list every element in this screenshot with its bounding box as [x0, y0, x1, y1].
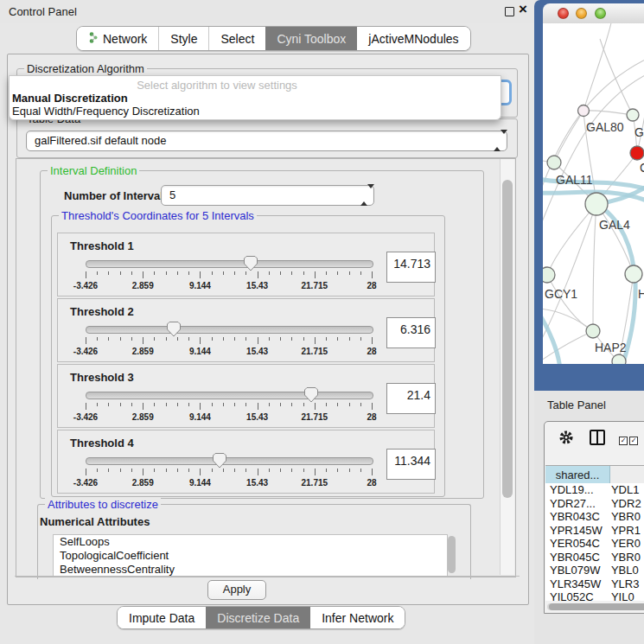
- table-row[interactable]: YBL079WYBL0: [545, 564, 644, 577]
- table-row[interactable]: YBR045CYBR0: [545, 551, 644, 564]
- select-columns-icon[interactable]: ✓✓: [619, 432, 640, 445]
- network-node[interactable]: [543, 267, 555, 283]
- cell-shared-name[interactable]: YLR345W: [545, 577, 609, 591]
- tick-mark: [349, 271, 350, 275]
- network-node[interactable]: [578, 105, 590, 117]
- cell-name[interactable]: YBR0: [609, 510, 644, 524]
- cell-name[interactable]: YER0: [609, 537, 644, 551]
- column-header-name[interactable]: na: [610, 466, 644, 484]
- network-node[interactable]: [612, 354, 626, 364]
- cell-shared-name[interactable]: YDR27...: [545, 497, 609, 511]
- slider-thumb[interactable]: [244, 256, 258, 271]
- threshold-row: Threshold 4 -3.4262.8599.14415.4321.7152…: [57, 430, 435, 494]
- combobox-value: galFiltered.sif default node: [35, 134, 166, 147]
- tick-mark: [258, 403, 258, 410]
- tab-network[interactable]: Network: [77, 27, 158, 50]
- tick-mark: [154, 403, 155, 406]
- cell-name[interactable]: YBR0: [609, 551, 644, 564]
- horizontal-scrollbar-thumb[interactable]: [549, 603, 644, 610]
- apply-button[interactable]: Apply: [207, 580, 266, 600]
- minimize-traffic-light-icon[interactable]: [576, 8, 587, 19]
- network-edge: [547, 204, 596, 275]
- tick-mark: [86, 469, 86, 475]
- tick-mark: [337, 337, 338, 341]
- horizontal-scrollbar[interactable]: [547, 603, 644, 610]
- tick-mark: [188, 337, 189, 341]
- threshold-value-field[interactable]: 21.4: [386, 383, 436, 414]
- threshold-value-field[interactable]: 14.713: [386, 252, 436, 283]
- attribute-item[interactable]: SelfLoops: [54, 535, 447, 549]
- zoom-traffic-light-icon[interactable]: [595, 8, 606, 19]
- threshold-value-field[interactable]: 11.344: [386, 449, 436, 480]
- tick-label: 28: [367, 412, 376, 422]
- cell-name[interactable]: YDL1: [609, 483, 644, 497]
- cell-shared-name[interactable]: YBR045C: [545, 551, 609, 564]
- cell-name[interactable]: YIL0: [609, 590, 644, 601]
- cell-name[interactable]: YBL0: [609, 564, 644, 577]
- column-header-shared-name[interactable]: shared...: [545, 466, 610, 484]
- table-row[interactable]: YIL052CYIL0: [545, 590, 644, 601]
- network-node[interactable]: [625, 265, 642, 283]
- tab-label: Infer Network: [322, 611, 393, 625]
- float-window-icon[interactable]: [505, 7, 514, 16]
- gear-icon[interactable]: [558, 430, 574, 445]
- close-icon[interactable]: ×: [519, 1, 527, 18]
- slider-track[interactable]: [86, 457, 373, 465]
- close-traffic-light-icon[interactable]: [558, 8, 569, 19]
- tab-discretize-data[interactable]: Discretize Data: [206, 607, 310, 628]
- tab-jactivemnodules[interactable]: jActiveMNodules: [357, 27, 469, 50]
- table-data-combobox[interactable]: galFiltered.sif default node: [26, 131, 507, 151]
- table-row[interactable]: YDL19...YDL1: [545, 483, 644, 497]
- table-row[interactable]: YPR145WYPR1: [545, 524, 644, 538]
- scrollbar-thumb[interactable]: [502, 180, 513, 498]
- cell-name[interactable]: YDR2: [609, 497, 644, 511]
- table-row[interactable]: YBR043CYBR0: [545, 510, 644, 524]
- tab-infer-network[interactable]: Infer Network: [310, 607, 405, 628]
- tab-select[interactable]: Select: [208, 27, 265, 50]
- tick-mark: [143, 337, 143, 344]
- network-node[interactable]: [585, 193, 608, 215]
- table-row[interactable]: YLR345WYLR3: [545, 577, 644, 591]
- scrollbar-track[interactable]: [500, 159, 514, 575]
- tick-mark: [131, 271, 132, 275]
- attributes-scrollbar-thumb[interactable]: [448, 536, 456, 573]
- column-layout-icon[interactable]: [590, 430, 605, 445]
- table-row[interactable]: YDR27...YDR2: [545, 497, 644, 511]
- network-node[interactable]: [547, 156, 561, 169]
- threshold-row: Threshold 2 -3.4262.8599.14415.4321.7152…: [57, 298, 435, 362]
- tick-mark: [315, 271, 316, 278]
- cell-shared-name[interactable]: YPR145W: [545, 524, 609, 538]
- network-window-titlebar[interactable]: [543, 3, 644, 24]
- cell-name[interactable]: YPR1: [609, 524, 644, 538]
- slider-thumb[interactable]: [304, 387, 319, 403]
- tick-mark: [131, 403, 132, 406]
- algorithm-option[interactable]: Equal Width/Frequency Discretization: [12, 105, 200, 118]
- number-of-intervals-combobox[interactable]: 5: [161, 185, 374, 206]
- cell-shared-name[interactable]: YER054C: [545, 537, 609, 551]
- cell-shared-name[interactable]: YBL079W: [545, 564, 609, 577]
- slider-track[interactable]: [86, 326, 373, 334]
- algorithm-option[interactable]: Manual Discretization: [12, 92, 128, 105]
- tab-cyni-toolbox[interactable]: Cyni Toolbox: [265, 27, 357, 50]
- network-node[interactable]: [630, 146, 644, 160]
- network-node[interactable]: [586, 324, 600, 338]
- tick-label: 15.43: [246, 281, 268, 290]
- slider-track[interactable]: [86, 260, 373, 268]
- attribute-item[interactable]: TopologicalCoefficient: [54, 549, 447, 563]
- cell-shared-name[interactable]: YIL052C: [545, 590, 609, 601]
- cell-name[interactable]: YLR3: [609, 577, 644, 591]
- attribute-item[interactable]: BetweennessCentrality: [54, 563, 447, 577]
- slider-thumb[interactable]: [167, 322, 182, 337]
- network-node[interactable]: [627, 109, 639, 121]
- tab-impute-data[interactable]: Impute Data: [118, 607, 206, 628]
- table-row[interactable]: YER054CYER0: [545, 537, 644, 551]
- slider-track[interactable]: [86, 392, 373, 399]
- network-canvas[interactable]: GAL80GACGAL11GAL4GCY1HHAP2: [543, 23, 644, 364]
- tab-style[interactable]: Style: [158, 27, 208, 50]
- slider-thumb[interactable]: [213, 453, 227, 469]
- cell-shared-name[interactable]: YDL19...: [545, 483, 609, 497]
- threshold-value-field[interactable]: 6.316: [386, 317, 436, 348]
- tick-mark: [177, 403, 178, 406]
- combobox-value: 5: [169, 188, 175, 201]
- cell-shared-name[interactable]: YBR043C: [545, 510, 609, 524]
